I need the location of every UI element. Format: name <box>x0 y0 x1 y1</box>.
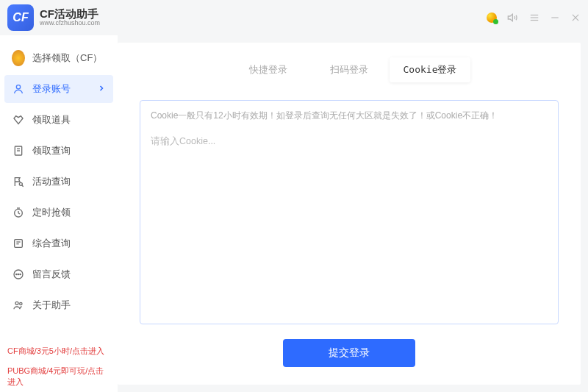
sidebar-item-claim-query[interactable]: 领取查询 <box>0 137 118 165</box>
title-block: CF活动助手 www.cfzhushou.com <box>40 8 100 27</box>
svg-point-21 <box>18 274 18 274</box>
sidebar-item-label: 关于助手 <box>32 299 71 312</box>
svg-line-11 <box>22 185 24 187</box>
tab-cookie-login[interactable]: Cookie登录 <box>390 57 470 82</box>
sidebar-item-claim-items[interactable]: 领取道具 <box>0 106 118 134</box>
gift-icon <box>12 114 25 126</box>
sidebar-item-activity-query[interactable]: 活动查询 <box>0 168 118 196</box>
sidebar-item-label: 活动查询 <box>32 175 71 188</box>
receipt-icon <box>12 145 25 157</box>
sidebar-item-comprehensive[interactable]: 综合查询 <box>0 229 118 257</box>
app-title: CF活动助手 <box>40 8 100 21</box>
sidebar-item-scheduled[interactable]: 定时抢领 <box>0 199 118 227</box>
cookie-input[interactable] <box>151 135 548 315</box>
users-icon <box>12 299 25 311</box>
window-controls <box>487 12 581 24</box>
svg-point-22 <box>20 274 21 274</box>
tab-qr-login[interactable]: 扫码登录 <box>309 57 390 82</box>
app-url: www.cfzhushou.com <box>40 20 100 27</box>
status-indicator-icon[interactable] <box>487 13 497 23</box>
sidebar-item-label: 留言反馈 <box>32 268 71 281</box>
cf-game-icon <box>12 50 25 66</box>
sidebar-item-label: 选择领取（CF） <box>32 51 102 65</box>
chevron-right-icon <box>97 84 106 95</box>
svg-point-23 <box>15 302 18 304</box>
titlebar: CF CF活动助手 www.cfzhushou.com <box>0 0 588 35</box>
close-icon[interactable] <box>570 13 581 23</box>
sidebar: 选择领取（CF） 登录账号 领取道具 <box>0 35 118 392</box>
sidebar-item-login[interactable]: 登录账号 <box>4 75 113 103</box>
minimize-icon[interactable] <box>550 13 560 23</box>
sidebar-item-label: 领取道具 <box>32 113 71 126</box>
sidebar-item-label: 领取查询 <box>32 144 71 157</box>
sidebar-item-label: 综合查询 <box>32 237 71 250</box>
user-icon <box>12 83 25 95</box>
sidebar-item-feedback[interactable]: 留言反馈 <box>0 260 118 288</box>
svg-point-20 <box>16 274 17 274</box>
list-search-icon <box>12 238 25 249</box>
cookie-hint: Cookie一般只有12小时有效期！如登录后查询无任何大区就是失效了！或Cook… <box>151 110 548 122</box>
submit-login-button[interactable]: 提交登录 <box>283 339 415 367</box>
main-panel: 快捷登录 扫码登录 Cookie登录 Cookie一般只有12小时有效期！如登录… <box>118 43 581 385</box>
clock-icon <box>12 207 25 218</box>
svg-point-6 <box>16 85 20 89</box>
login-tabs: 快捷登录 扫码登录 Cookie登录 <box>140 57 559 82</box>
promo-cf-shop[interactable]: CF商城/3元5小时/点击进入 <box>0 341 118 361</box>
flag-search-icon <box>12 176 25 188</box>
tab-quick-login[interactable]: 快捷登录 <box>228 57 309 82</box>
svg-line-14 <box>18 213 20 214</box>
cookie-box: Cookie一般只有12小时有效期！如登录后查询无任何大区就是失效了！或Cook… <box>140 100 559 324</box>
sidebar-item-label: 定时抢领 <box>32 206 71 219</box>
promo-pubg-shop[interactable]: PUBG商城/4元即可玩/点击进入 <box>0 361 118 392</box>
menu-icon[interactable] <box>529 13 539 23</box>
app-window: CF CF活动助手 www.cfzhushou.com <box>0 0 588 392</box>
message-icon <box>12 268 25 280</box>
sidebar-item-label: 登录账号 <box>32 82 71 96</box>
svg-point-24 <box>20 302 22 304</box>
sound-icon[interactable] <box>507 12 519 24</box>
app-logo: CF <box>7 4 34 31</box>
sidebar-item-select-game[interactable]: 选择领取（CF） <box>0 44 118 72</box>
sidebar-item-about[interactable]: 关于助手 <box>0 291 118 319</box>
